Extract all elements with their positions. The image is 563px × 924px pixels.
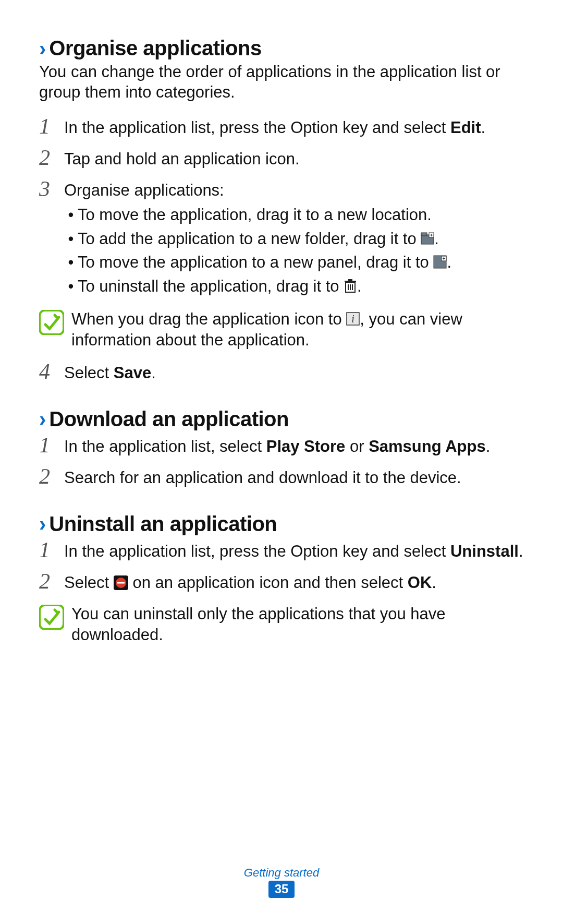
bold-text: OK <box>408 573 432 592</box>
step-number: 2 <box>39 147 64 169</box>
bullet-dot-icon: • <box>64 275 78 297</box>
page-footer: Getting started 35 <box>0 866 563 898</box>
svg-rect-11 <box>348 279 352 281</box>
step-number: 1 <box>39 434 64 456</box>
manual-page: › Organise applications You can change t… <box>0 0 563 924</box>
step-row: 3 Organise applications: • To move the a… <box>39 180 524 300</box>
bold-text: Save <box>114 364 151 382</box>
svg-text:i: i <box>352 313 355 325</box>
remove-circle-icon <box>114 575 128 590</box>
text: . <box>447 253 451 271</box>
step-row: 1 In the application list, select Play S… <box>39 436 524 458</box>
heading-text: Organise applications <box>49 37 261 60</box>
text: . <box>432 573 436 592</box>
bullet-item: • To move the application, drag it to a … <box>64 204 524 226</box>
intro-text: You can change the order of applications… <box>39 62 524 103</box>
chevron-icon: › <box>39 38 46 59</box>
note-row: When you drag the application icon to i,… <box>39 309 524 351</box>
note-row: You can uninstall only the applications … <box>39 604 524 646</box>
step-row: 2 Search for an application and download… <box>39 467 524 489</box>
text: In the application list, press the Optio… <box>64 542 450 560</box>
bullet-item: • To uninstall the application, drag it … <box>64 275 524 297</box>
note-icon <box>39 605 64 630</box>
bullet-item: • To move the application to a new panel… <box>64 251 524 273</box>
section-heading-organise: › Organise applications <box>39 37 524 60</box>
bold-text: Edit <box>450 118 481 137</box>
heading-text: Download an application <box>49 407 289 431</box>
section-heading-uninstall: › Uninstall an application <box>39 512 524 536</box>
bullet-list: • To move the application, drag it to a … <box>64 204 524 297</box>
svg-rect-10 <box>345 281 356 282</box>
bullet-dot-icon: • <box>64 204 78 226</box>
step-body: Search for an application and download i… <box>64 467 524 488</box>
step-row: 1 In the application list, press the Opt… <box>39 541 524 563</box>
step-number: 3 <box>39 178 64 200</box>
step-row: 2 Select on an application icon and then… <box>39 572 524 594</box>
folder-add-icon <box>421 232 434 245</box>
text: Select <box>64 364 114 382</box>
text: . <box>357 277 362 295</box>
text: or <box>345 437 369 455</box>
text: When you drag the application icon to <box>71 310 346 328</box>
note-text: When you drag the application icon to i,… <box>71 309 524 351</box>
step-body: In the application list, select Play Sto… <box>64 436 524 457</box>
text: on an application icon and then select <box>128 573 408 592</box>
text: . <box>486 437 491 455</box>
heading-text: Uninstall an application <box>49 512 277 536</box>
step-body: Tap and hold an application icon. <box>64 149 524 170</box>
step-number: 2 <box>39 465 64 487</box>
bold-text: Samsung Apps <box>369 437 486 455</box>
step-body: Select on an application icon and then s… <box>64 572 524 593</box>
text: To move the application to a new panel, … <box>78 251 451 273</box>
text: . <box>519 542 523 560</box>
text: To move the application to a new panel, … <box>78 253 433 271</box>
step-number: 1 <box>39 539 64 561</box>
text: To move the application, drag it to a ne… <box>78 204 432 226</box>
bullet-dot-icon: • <box>64 251 78 273</box>
svg-rect-20 <box>117 582 125 583</box>
text: To uninstall the application, drag it to <box>78 277 344 295</box>
step-number: 4 <box>39 361 64 382</box>
step-row: 2 Tap and hold an application icon. <box>39 149 524 171</box>
info-icon: i <box>346 312 360 326</box>
text: In the application list, select <box>64 437 266 455</box>
step-body: In the application list, press the Optio… <box>64 117 524 138</box>
step-number: 2 <box>39 570 64 592</box>
step-body: Select Save. <box>64 363 524 383</box>
text: . <box>481 118 486 137</box>
note-text: You can uninstall only the applications … <box>71 604 524 646</box>
page-number: 35 <box>268 881 295 898</box>
text: To uninstall the application, drag it to… <box>78 275 362 297</box>
bullet-dot-icon: • <box>64 228 78 250</box>
step-number: 1 <box>39 115 64 137</box>
trash-icon <box>344 279 357 293</box>
bold-text: Uninstall <box>450 542 519 560</box>
text: Select <box>64 573 114 592</box>
step-row: 4 Select Save. <box>39 363 524 385</box>
panel-add-icon <box>433 255 447 269</box>
chapter-label: Getting started <box>0 866 563 880</box>
svg-rect-21 <box>40 605 64 629</box>
step-body: Organise applications: • To move the app… <box>64 180 524 300</box>
svg-rect-1 <box>421 233 427 236</box>
bold-text: Play Store <box>266 437 346 455</box>
text: . <box>151 364 156 382</box>
bullet-item: • To add the application to a new folder… <box>64 228 524 250</box>
svg-rect-15 <box>40 310 64 334</box>
text: In the application list, press the Optio… <box>64 118 450 137</box>
text: To add the application to a new folder, … <box>78 228 439 250</box>
chevron-icon: › <box>39 513 46 534</box>
chevron-icon: › <box>39 409 46 429</box>
text: To add the application to a new folder, … <box>78 230 421 248</box>
step-body: In the application list, press the Optio… <box>64 541 524 562</box>
text: Organise applications: <box>64 181 224 199</box>
text: . <box>434 230 439 248</box>
step-row: 1 In the application list, press the Opt… <box>39 117 524 139</box>
note-icon <box>39 310 64 335</box>
section-heading-download: › Download an application <box>39 407 524 431</box>
